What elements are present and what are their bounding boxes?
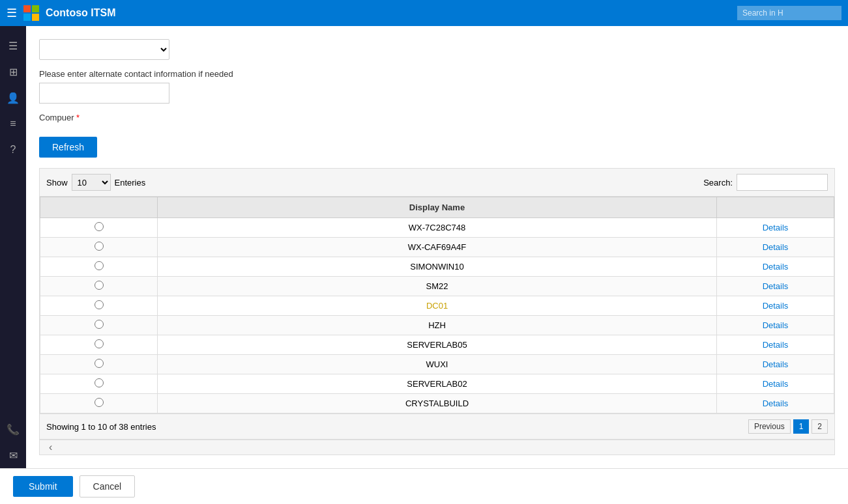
contact-input[interactable] [39, 83, 169, 104]
table-cell-details: Details [717, 257, 834, 277]
entries-label: Enteries [115, 178, 146, 188]
sidebar-item-mail[interactable]: ✉ [0, 442, 26, 468]
list-sidebar-icon: ≡ [10, 118, 16, 130]
phone-sidebar-icon: 📞 [7, 423, 20, 436]
showing-entries-text: Showing 1 to 10 of 38 entries [46, 422, 156, 432]
details-link-3[interactable]: Details [763, 281, 789, 291]
table-cell-name: SM22 [158, 277, 717, 296]
computer-radio-9[interactable] [95, 398, 104, 407]
table-cell-name: WX-CAF69A4F [158, 238, 717, 257]
table-cell-radio [40, 257, 158, 277]
users-sidebar-icon: 👤 [7, 92, 20, 104]
table-cell-radio [40, 277, 158, 296]
table-row: SM22Details [40, 277, 834, 296]
table-row: SERVERLAB02Details [40, 374, 834, 394]
submit-button[interactable]: Submit [13, 476, 73, 497]
table-cell-name: CRYSTALBUILD [158, 394, 717, 413]
bottom-bar: Submit Cancel [0, 468, 848, 504]
computer-radio-0[interactable] [95, 222, 104, 231]
sidebar-item-hamburger[interactable]: ☰ [0, 33, 26, 59]
hamburger-sidebar-icon: ☰ [8, 40, 18, 52]
page-2-button[interactable]: 2 [811, 419, 828, 434]
computer-radio-2[interactable] [95, 261, 104, 270]
cancel-button[interactable]: Cancel [80, 475, 136, 497]
table-cell-details: Details [717, 374, 834, 394]
table-cell-details: Details [717, 355, 834, 374]
table-cell-details: Details [717, 316, 834, 335]
table-header-row: Display Name [40, 197, 834, 218]
sidebar-item-users[interactable]: 👤 [0, 85, 26, 111]
table-cell-name: HZH [158, 316, 717, 335]
table-cell-radio [40, 335, 158, 355]
table-cell-details: Details [717, 277, 834, 296]
main-dropdown[interactable] [39, 39, 169, 60]
page-1-button[interactable]: 1 [793, 419, 810, 434]
menu-icon[interactable]: ☰ [7, 6, 17, 20]
sidebar-item-phone[interactable]: 📞 [0, 416, 26, 442]
details-link-0[interactable]: Details [763, 223, 789, 232]
table-cell-details: Details [717, 394, 834, 413]
table-footer: Showing 1 to 10 of 38 entries Previous 1… [40, 413, 834, 440]
grid-sidebar-icon: ⊞ [9, 66, 18, 78]
details-link-6[interactable]: Details [763, 340, 789, 350]
previous-page-button[interactable]: Previous [748, 419, 791, 434]
table-row: WUXIDetails [40, 355, 834, 374]
mail-sidebar-icon: ✉ [9, 449, 18, 462]
sidebar-item-list[interactable]: ≡ [0, 111, 26, 137]
table-cell-details: Details [717, 335, 834, 355]
details-link-8[interactable]: Details [763, 379, 789, 389]
computer-table: Display Name WX-7C28C748DetailsWX-CAF69A… [40, 197, 834, 413]
details-link-4[interactable]: Details [763, 301, 789, 311]
table-search-input[interactable] [737, 174, 828, 191]
table-row: WX-CAF69A4FDetails [40, 238, 834, 257]
computer-radio-8[interactable] [95, 378, 104, 387]
table-cell-radio [40, 355, 158, 374]
computer-label: Compuer * [39, 113, 835, 122]
table-cell-radio [40, 296, 158, 316]
table-cell-radio [40, 218, 158, 238]
computer-radio-3[interactable] [95, 281, 104, 290]
required-indicator: * [76, 113, 80, 122]
computer-table-section: Show 10 25 50 100 Enteries Search: [39, 168, 835, 455]
table-row: SERVERLAB05Details [40, 335, 834, 355]
computer-radio-1[interactable] [95, 242, 104, 251]
sidebar-item-help[interactable]: ? [0, 137, 26, 163]
global-search-input[interactable] [737, 6, 841, 20]
ms-logo [23, 5, 39, 21]
details-link-5[interactable]: Details [763, 320, 789, 330]
scroll-left-indicator[interactable]: ‹ [46, 441, 55, 453]
sidebar: ☰ ⊞ 👤 ≡ ? 📞 ✉ [0, 26, 26, 468]
table-cell-radio [40, 238, 158, 257]
table-cell-name: DC01 [158, 296, 717, 316]
details-link-9[interactable]: Details [763, 399, 789, 408]
table-row: WX-7C28C748Details [40, 218, 834, 238]
table-cell-name: SERVERLAB02 [158, 374, 717, 394]
svg-rect-3 [32, 14, 39, 21]
main-content: Please enter alternate contact informati… [26, 26, 848, 468]
computer-radio-4[interactable] [95, 300, 104, 309]
svg-rect-2 [23, 14, 31, 21]
table-controls-top: Show 10 25 50 100 Enteries Search: [40, 169, 834, 197]
app-title: Contoso ITSM [46, 7, 737, 19]
table-cell-details: Details [717, 296, 834, 316]
table-row: SIMONWIN10Details [40, 257, 834, 277]
details-link-1[interactable]: Details [763, 242, 789, 252]
table-cell-name: SERVERLAB05 [158, 335, 717, 355]
computer-radio-5[interactable] [95, 320, 104, 329]
sidebar-item-grid[interactable]: ⊞ [0, 59, 26, 85]
table-cell-radio [40, 374, 158, 394]
pagination: Previous 1 2 [748, 419, 828, 434]
details-link-7[interactable]: Details [763, 359, 789, 369]
show-label: Show [46, 178, 68, 188]
show-entries-control: Show 10 25 50 100 Enteries [46, 174, 145, 191]
help-sidebar-icon: ? [10, 144, 16, 156]
refresh-button[interactable]: Refresh [39, 137, 97, 158]
table-row: HZHDetails [40, 316, 834, 335]
details-link-2[interactable]: Details [763, 262, 789, 272]
table-cell-radio [40, 394, 158, 413]
col-header-details [717, 197, 834, 218]
svg-rect-1 [32, 5, 39, 12]
entries-select[interactable]: 10 25 50 100 [72, 174, 111, 191]
computer-radio-7[interactable] [95, 359, 104, 368]
computer-radio-6[interactable] [95, 339, 104, 348]
